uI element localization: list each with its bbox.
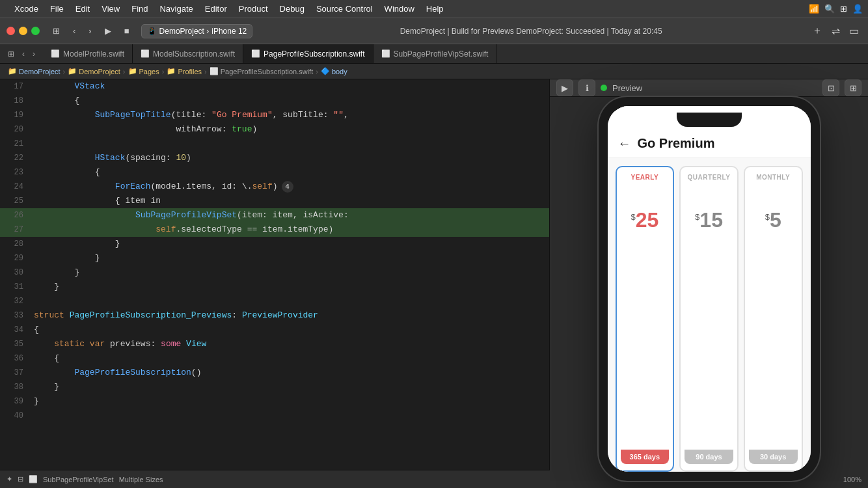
tab-model-subscription[interactable]: ⬜ ModelSubscription.swift: [133, 44, 243, 63]
zoom-level: 100%: [843, 476, 861, 483]
code-line-20: 20 withArrow: true): [0, 122, 549, 137]
sub-card-monthly[interactable]: MONTHLY $ 5 30 days: [744, 166, 803, 472]
project-name: DemoProject ›: [159, 27, 210, 36]
tab-nav: ⊞ ‹ ›: [5, 44, 38, 63]
status-component-icon: ⬜: [29, 475, 38, 483]
system-status-icons: 📶 🔍 ⊞ 👤: [809, 4, 863, 14]
menu-help[interactable]: Help: [421, 3, 449, 15]
sidebar-toggle[interactable]: ⊞: [49, 25, 64, 37]
tab-bar: ⊞ ‹ › ⬜ ModelProfile.swift ⬜ ModelSubscr…: [0, 44, 868, 64]
preview-content: ← Go Premium YEARLY $ 25 365 days: [550, 97, 868, 481]
status-right: 100%: [843, 476, 861, 483]
phone-notch-area: [608, 106, 811, 129]
maximize-button[interactable]: [31, 27, 40, 35]
code-line-31: 31 }: [0, 280, 549, 294]
quarterly-period-label: QUARTERLY: [688, 174, 731, 181]
code-editor[interactable]: 17 VStack 18 { 19 SubPageTopTitle(title:…: [0, 79, 549, 470]
code-line-33: 33 struct PageProfileSubscription_Previe…: [0, 308, 549, 323]
tab-sub-page-profile[interactable]: ⬜ SubPageProfileVipSet.swift: [373, 44, 497, 63]
sub-card-quarterly[interactable]: QUARTERLY $ 15 90 days: [679, 166, 739, 472]
nav-back[interactable]: ‹: [69, 25, 79, 37]
menu-file[interactable]: File: [45, 3, 69, 15]
device-name: iPhone 12: [211, 27, 247, 36]
preview-device-btn[interactable]: ⊡: [822, 79, 839, 96]
app-header: ← Go Premium: [608, 129, 811, 158]
code-line-32: 32: [0, 294, 549, 308]
menu-editor[interactable]: Editor: [200, 3, 232, 15]
swift-icon: ⬜: [51, 49, 60, 58]
menu-edit[interactable]: Edit: [70, 3, 95, 15]
code-line-28: 28 }: [0, 237, 549, 251]
phone-mockup: ← Go Premium YEARLY $ 25 365 days: [599, 97, 820, 481]
tab-page-profile-subscription[interactable]: ⬜ PageProfileSubscription.swift: [243, 44, 373, 63]
tab-next[interactable]: ›: [30, 49, 38, 59]
status-left: ✦ ⊟ ⬜ SubPageProfileVipSet Multiple Size…: [7, 475, 163, 483]
breadcrumb-pages[interactable]: 📁 Pages: [128, 67, 159, 75]
layout-toggle[interactable]: ⇌: [829, 23, 843, 38]
preview-label: Preview: [612, 83, 642, 93]
preview-info-btn[interactable]: ℹ: [578, 79, 595, 96]
traffic-lights: [7, 27, 40, 35]
menu-xcode[interactable]: Xcode: [9, 3, 44, 15]
code-line-37: 37 PageProfileSubscription(): [0, 366, 549, 380]
menu-window[interactable]: Window: [379, 3, 420, 15]
code-line-24: 24 ForEach(model.items, id: \.self)4: [0, 180, 549, 194]
toolbar: ⊞ ‹ › ▶ ■ 📱 DemoProject › iPhone 12 Demo…: [0, 18, 868, 44]
swift-icon-3: ⬜: [251, 49, 260, 58]
preview-play-btn[interactable]: ▶: [556, 79, 573, 96]
status-component-name: SubPageProfileVipSet: [43, 476, 114, 483]
tab-model-profile[interactable]: ⬜ ModelProfile.swift: [43, 44, 133, 63]
add-button[interactable]: ＋: [809, 23, 825, 39]
tab-grid[interactable]: ⊞: [5, 49, 17, 59]
menu-source-control[interactable]: Source Control: [311, 3, 378, 15]
menu-product[interactable]: Product: [234, 3, 273, 15]
monthly-period-label: MONTHLY: [756, 174, 790, 181]
yearly-amount: 25: [636, 210, 659, 230]
toolbar-right: ＋ ⇌ ▭: [809, 23, 861, 39]
code-line-29: 29 }: [0, 251, 549, 265]
back-arrow-icon[interactable]: ←: [618, 136, 631, 151]
quarterly-dollar: $: [695, 212, 699, 222]
code-line-19: 19 SubPageTopTitle(title: "Go Premium", …: [0, 108, 549, 122]
breadcrumb-demoproject[interactable]: 📁 DemoProject: [68, 67, 120, 75]
minimize-button[interactable]: [19, 27, 27, 35]
close-button[interactable]: [7, 27, 15, 35]
status-split-icon: ⊟: [18, 475, 23, 483]
code-line-30: 30 }: [0, 265, 549, 280]
quarterly-price-area: $ 15: [695, 210, 723, 230]
quarterly-days-badge: 90 days: [685, 450, 733, 464]
monthly-price-area: $ 5: [765, 210, 781, 230]
menu-find[interactable]: Find: [126, 3, 153, 15]
breadcrumb-sep-1: ›: [63, 68, 66, 75]
breadcrumb: 📁 DemoProject › 📁 DemoProject › 📁 Pages …: [0, 64, 868, 79]
stop-button[interactable]: ■: [120, 25, 133, 37]
menu-debug[interactable]: Debug: [275, 3, 310, 15]
breadcrumb-demoproject-root[interactable]: 📁 DemoProject: [8, 67, 61, 75]
breadcrumb-sep-3: ›: [162, 68, 165, 75]
code-line-21: 21: [0, 137, 549, 151]
menu-view[interactable]: View: [96, 3, 125, 15]
breadcrumb-sep-5: ›: [316, 68, 318, 75]
code-line-25: 25 { item in: [0, 194, 549, 208]
sidebar-icon: ⊞: [53, 26, 60, 36]
menu-navigate[interactable]: Navigate: [154, 3, 198, 15]
code-line-17: 17 VStack: [0, 79, 549, 94]
yearly-dollar: $: [631, 212, 635, 222]
code-line-22: 22 HStack(spacing: 10): [0, 151, 549, 165]
device-icon: 📱: [147, 27, 157, 36]
breadcrumb-body[interactable]: 🔷 body: [321, 67, 347, 75]
monthly-amount: 5: [770, 210, 781, 230]
run-button[interactable]: ▶: [101, 25, 115, 37]
panel-toggle[interactable]: ▭: [847, 23, 861, 38]
status-icon: ✦: [7, 475, 12, 483]
device-selector[interactable]: 📱 DemoProject › iPhone 12: [141, 24, 253, 38]
preview-grid-btn[interactable]: ⊞: [845, 79, 861, 96]
sub-card-yearly[interactable]: YEARLY $ 25 365 days: [616, 166, 675, 472]
breadcrumb-file[interactable]: ⬜ PageProfileSubscription.swift: [210, 67, 313, 75]
app-title: Go Premium: [638, 136, 715, 151]
tab-prev[interactable]: ‹: [20, 49, 27, 59]
nav-forward[interactable]: ›: [85, 25, 95, 37]
status-size-label: Multiple Sizes: [119, 476, 163, 483]
breadcrumb-profiles[interactable]: 📁 Profiles: [167, 67, 202, 75]
yearly-days-badge: 365 days: [621, 450, 670, 464]
